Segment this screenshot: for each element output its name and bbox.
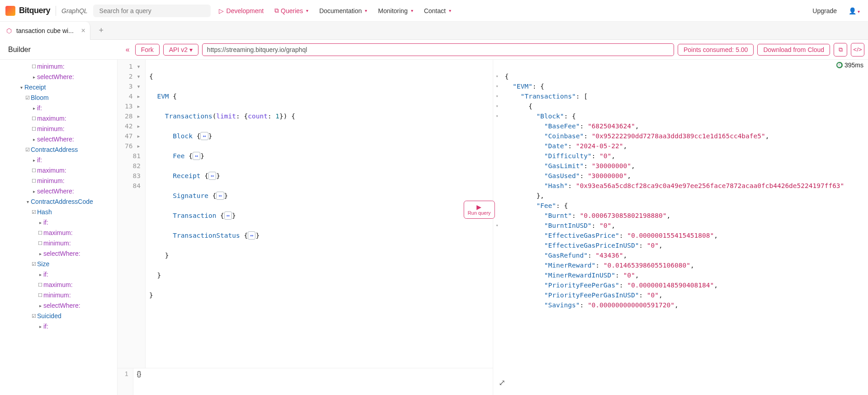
results-code[interactable]: ▾▾▾▾▾ ▾ { "EVM": { "Transactions": [ { "…	[493, 60, 868, 395]
divider	[56, 6, 56, 16]
fold-icon[interactable]: ↔	[200, 132, 208, 140]
code-area[interactable]: 1 ▾ 2 ▾ 3 ▾ 4 ▸ 13 ▸ 28 ▸ 42 ▸ 47 ▸ 76 ▸…	[118, 60, 493, 368]
nav-monitoring[interactable]: Monitoring	[375, 5, 415, 16]
graphql-icon: ⬡	[6, 27, 12, 34]
nav-development[interactable]: Development	[216, 5, 267, 16]
results-panel: 🕘 395ms ⤢ ▾▾▾▾▾ ▾ { "EVM": { "Transactio…	[493, 60, 868, 395]
tree-if[interactable]: ▸if:	[2, 269, 117, 280]
tree-maximum[interactable]: ☐maximum:	[2, 280, 117, 290]
tree-if[interactable]: ▸if:	[2, 321, 117, 332]
tree-selectwhere[interactable]: ▸selectWhere:	[2, 301, 117, 311]
play-icon: ▶	[468, 204, 491, 210]
brand-name: Bitquery	[19, 6, 50, 15]
search-input[interactable]	[93, 5, 211, 17]
nav-contact[interactable]: Contact	[421, 5, 454, 16]
tree-selectwhere[interactable]: ▸selectWhere:	[2, 249, 117, 259]
tree-selectwhere[interactable]: ▸selectWhere:	[2, 134, 117, 145]
fold-icon[interactable]: ↔	[208, 172, 216, 180]
code-icon[interactable]: </>	[851, 43, 864, 56]
tree-suicided[interactable]: ☑Suicided	[2, 311, 117, 321]
tab-add-button[interactable]: +	[94, 26, 108, 35]
results-body: { "EVM": { "Transactions": [ { "Block": …	[501, 60, 848, 395]
tree-hash[interactable]: ☑Hash	[2, 207, 117, 217]
timing-badge: 🕘 395ms	[836, 61, 863, 69]
tree-size[interactable]: ☑Size	[2, 259, 117, 269]
tree-contractaddress[interactable]: ☑ContractAddress	[2, 145, 117, 155]
endpoint-url-input[interactable]	[202, 43, 674, 56]
tree-selectwhere[interactable]: ▸selectWhere:	[2, 186, 117, 197]
toolbar: Builder « Fork API v2 ▾ Points consumed:…	[0, 40, 868, 60]
variables-area[interactable]: 1 {}	[118, 368, 493, 395]
query-editor: 1 ▾ 2 ▾ 3 ▾ 4 ▸ 13 ▸ 28 ▸ 42 ▸ 47 ▸ 76 ▸…	[118, 60, 493, 395]
close-icon[interactable]: ×	[81, 27, 85, 35]
share-icon[interactable]: ⧉	[834, 43, 847, 56]
fold-icon[interactable]: ↔	[224, 212, 232, 220]
code-body[interactable]: { EVM { Transactions(limit: {count: 1}) …	[146, 60, 299, 368]
main-area: ☐minimum: ▸selectWhere: ▾Receipt ☑Bloom …	[0, 60, 868, 395]
tree-minimum[interactable]: ☐minimum:	[2, 290, 117, 301]
fold-icon[interactable]: ↔	[216, 192, 224, 200]
result-gutter: ▾▾▾▾▾ ▾	[493, 60, 501, 395]
tree-receipt[interactable]: ▾Receipt	[2, 82, 117, 93]
run-query-button[interactable]: ▶ Run query	[464, 201, 495, 219]
tree-contractaddresscode[interactable]: ▾ContractAddressCode	[2, 197, 117, 207]
tree-maximum[interactable]: ☐maximum:	[2, 228, 117, 238]
tree-maximum[interactable]: ☐maximum:	[2, 113, 117, 124]
top-nav: Bitquery GraphQL Development ⧉ Queries D…	[0, 0, 868, 22]
fork-button[interactable]: Fork	[135, 44, 160, 56]
expand-icon[interactable]: ⤢	[499, 378, 505, 388]
tree-selectwhere[interactable]: ▸selectWhere:	[2, 72, 117, 82]
tree-minimum[interactable]: ☐minimum:	[2, 176, 117, 186]
logo-icon	[5, 6, 15, 16]
graphql-label[interactable]: GraphQL	[61, 7, 88, 14]
clock-icon: 🕘	[836, 62, 843, 68]
tab-bar: ⬡ tansaction cube wi... × +	[0, 22, 868, 40]
tree-if[interactable]: ▸if:	[2, 103, 117, 113]
points-consumed[interactable]: Points consumed: 5.00	[678, 44, 754, 56]
nav-queries[interactable]: ⧉ Queries	[272, 5, 311, 16]
api-version-select[interactable]: API v2 ▾	[163, 44, 198, 56]
fold-icon[interactable]: ↔	[248, 231, 255, 240]
tab-active[interactable]: ⬡ tansaction cube wi... ×	[0, 22, 90, 40]
tree-if[interactable]: ▸if:	[2, 155, 117, 165]
tree-minimum[interactable]: ☐minimum:	[2, 238, 117, 249]
upgrade-link[interactable]: Upgrade	[809, 5, 840, 16]
nav-documentation[interactable]: Documentation	[316, 5, 370, 16]
fold-icon[interactable]: ↔	[193, 152, 200, 160]
logo-area: Bitquery	[5, 6, 50, 16]
user-menu-icon[interactable]: 👤	[846, 5, 863, 16]
line-gutter: 1 ▾ 2 ▾ 3 ▾ 4 ▸ 13 ▸ 28 ▸ 42 ▸ 47 ▸ 76 ▸…	[118, 60, 146, 368]
tree-if[interactable]: ▸if:	[2, 217, 117, 228]
builder-sidebar[interactable]: ☐minimum: ▸selectWhere: ▾Receipt ☑Bloom …	[0, 60, 118, 395]
download-cloud-button[interactable]: Download from Cloud	[757, 44, 830, 56]
builder-label: Builder	[4, 46, 35, 54]
tree-bloom[interactable]: ☑Bloom	[2, 93, 117, 103]
tree-maximum[interactable]: ☐maximum:	[2, 165, 117, 176]
tree-minimum[interactable]: ☐minimum:	[2, 61, 117, 72]
tab-title: tansaction cube wi...	[16, 27, 74, 34]
editor-wrap: 1 ▾ 2 ▾ 3 ▾ 4 ▸ 13 ▸ 28 ▸ 42 ▸ 47 ▸ 76 ▸…	[118, 60, 868, 395]
collapse-sidebar-icon[interactable]: «	[124, 46, 132, 54]
tree-minimum[interactable]: ☐minimum:	[2, 124, 117, 134]
